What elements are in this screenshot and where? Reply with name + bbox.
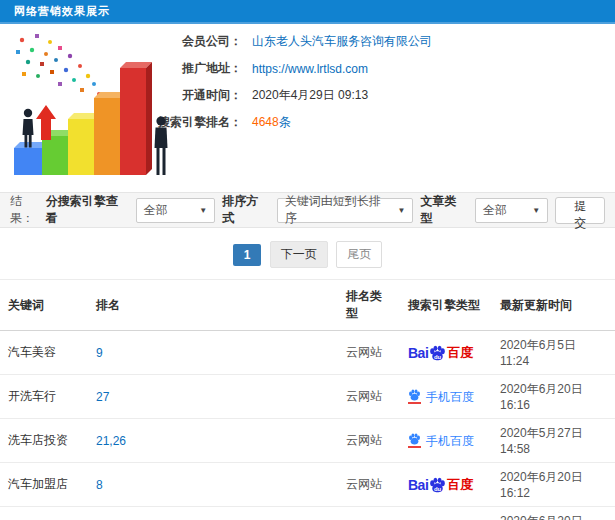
- search-engine-cell: Baidu百度: [400, 331, 492, 375]
- ranking-count-unit: 条: [279, 115, 291, 129]
- column-header-4: 最新更新时间: [492, 280, 615, 331]
- businessman-right: [155, 116, 168, 175]
- baidu-paw-icon: du: [429, 345, 446, 361]
- chevron-down-icon: ▼: [397, 206, 405, 215]
- svg-text:du: du: [434, 353, 442, 359]
- baidu-paw-icon: [408, 389, 421, 401]
- article-type-filter-label: 文章类型: [420, 193, 468, 227]
- keyword-ranking-table: 关键词排名排名类型搜索引擎类型最新更新时间 汽车美容9云网站Baidu百度202…: [0, 279, 615, 520]
- search-engine-cell: 手机百度: [400, 375, 492, 419]
- keyword-cell: 加盟洗车店: [0, 507, 88, 520]
- company-info-list: 会员公司：山东老人头汽车服务咨询有限公司推广地址：https://www.lrt…: [150, 24, 615, 136]
- baidu-mobile-label: 手机百度: [426, 391, 474, 403]
- last-page-button[interactable]: 尾页: [336, 241, 382, 268]
- rank-type-cell: 云网站: [338, 507, 400, 520]
- info-section: 会员公司：山东老人头汽车服务咨询有限公司推广地址：https://www.lrt…: [0, 24, 615, 192]
- growth-bar-chart-illustration: [2, 26, 177, 186]
- article-type-select[interactable]: 全部 ▼: [475, 198, 548, 223]
- keyword-cell: 开洗车行: [0, 375, 88, 419]
- info-row-0: 会员公司：山东老人头汽车服务咨询有限公司: [150, 28, 615, 55]
- info-row-1: 推广地址：https://www.lrtlsd.com: [150, 55, 615, 82]
- baidu-paw-icon: [408, 433, 421, 445]
- rank-type-cell: 云网站: [338, 331, 400, 375]
- keyword-cell: 汽车美容: [0, 331, 88, 375]
- rank-type-cell: 云网站: [338, 463, 400, 507]
- submit-button[interactable]: 提交: [555, 197, 605, 224]
- svg-text:du: du: [434, 485, 442, 491]
- info-link[interactable]: 山东老人头汽车服务咨询有限公司: [252, 33, 432, 50]
- sort-select-value: 关键词由短到长排序: [285, 193, 392, 227]
- engine-select-value: 全部: [144, 202, 168, 219]
- sort-select[interactable]: 关键词由短到长排序 ▼: [277, 198, 414, 223]
- column-header-2: 排名类型: [338, 280, 400, 331]
- confetti-dots: [16, 34, 101, 96]
- header-bar: 网络营销效果展示: [0, 0, 615, 24]
- baidu-mobile-logo: 手机百度: [408, 389, 474, 404]
- table-row: 开洗车行27云网站手机百度2020年6月20日 16:16: [0, 375, 615, 419]
- column-header-3: 搜索引擎类型: [400, 280, 492, 331]
- ranking-count-value: 4648条: [252, 114, 291, 131]
- rank-cell[interactable]: 8: [88, 463, 338, 507]
- filter-bar: 结果： 分搜索引擎查看 全部 ▼ 排序方式 关键词由短到长排序 ▼ 文章类型 全…: [0, 192, 615, 228]
- search-engine-cell: 手机百度: [400, 507, 492, 520]
- rank-cell[interactable]: 27: [88, 375, 338, 419]
- baidu-mobile-logo: 手机百度: [408, 433, 474, 448]
- info-link[interactable]: https://www.lrtlsd.com: [252, 62, 368, 76]
- update-time-cell: 2020年6月20日 16:12: [492, 463, 615, 507]
- search-engine-cell: Baidu百度: [400, 463, 492, 507]
- table-row: 加盟洗车店25,28,28云网站手机百度2020年6月20日 16:11: [0, 507, 615, 520]
- chevron-down-icon: ▼: [532, 206, 540, 215]
- baidu-pc-logo: Baidu百度: [408, 477, 473, 493]
- keyword-cell: 洗车店投资: [0, 419, 88, 463]
- engine-select[interactable]: 全部 ▼: [136, 198, 215, 223]
- column-header-1: 排名: [88, 280, 338, 331]
- baidu-logo-bai-text: Bai: [408, 478, 428, 492]
- bar-chart-image: [2, 26, 177, 186]
- table-row: 汽车加盟店8云网站Baidu百度2020年6月20日 16:12: [0, 463, 615, 507]
- keyword-cell: 汽车加盟店: [0, 463, 88, 507]
- baidu-logo-cn-text: 百度: [447, 346, 473, 359]
- column-header-0: 关键词: [0, 280, 88, 331]
- page-title: 网络营销效果展示: [0, 4, 110, 19]
- rank-type-cell: 云网站: [338, 419, 400, 463]
- baidu-logo-bai-text: Bai: [408, 346, 428, 360]
- page-1-button[interactable]: 1: [233, 244, 262, 266]
- article-type-select-value: 全部: [483, 202, 507, 219]
- pagination: 1 下一页 尾页: [0, 228, 615, 279]
- info-row-3: 搜索引擎排名：4648条: [150, 109, 615, 136]
- result-label: 结果：: [10, 193, 46, 227]
- baidu-logo-cn-text: 百度: [447, 478, 473, 491]
- chevron-down-icon: ▼: [199, 206, 207, 215]
- chart-bars: [14, 62, 152, 175]
- rank-cell[interactable]: 25,28,28: [88, 507, 338, 520]
- update-time-cell: 2020年5月27日 14:58: [492, 419, 615, 463]
- update-time-cell: 2020年6月5日 11:24: [492, 331, 615, 375]
- ranking-count-number: 4648: [252, 115, 279, 129]
- update-time-cell: 2020年6月20日 16:16: [492, 375, 615, 419]
- engine-filter-label: 分搜索引擎查看: [46, 193, 129, 227]
- info-row-2: 开通时间：2020年4月29日 09:13: [150, 82, 615, 109]
- table-row: 洗车店投资21,26云网站手机百度2020年5月27日 14:58: [0, 419, 615, 463]
- table-row: 汽车美容9云网站Baidu百度2020年6月5日 11:24: [0, 331, 615, 375]
- next-page-button[interactable]: 下一页: [270, 241, 328, 268]
- table-header-row: 关键词排名排名类型搜索引擎类型最新更新时间: [0, 280, 615, 331]
- baidu-pc-logo: Baidu百度: [408, 345, 473, 361]
- filter-controls: 分搜索引擎查看 全部 ▼ 排序方式 关键词由短到长排序 ▼ 文章类型 全部 ▼ …: [46, 193, 605, 227]
- info-text: 2020年4月29日 09:13: [252, 87, 368, 104]
- sort-filter-label: 排序方式: [222, 193, 270, 227]
- rank-cell[interactable]: 9: [88, 331, 338, 375]
- baidu-mobile-label: 手机百度: [426, 435, 474, 447]
- baidu-paw-icon: du: [429, 477, 446, 493]
- search-engine-cell: 手机百度: [400, 419, 492, 463]
- rank-type-cell: 云网站: [338, 375, 400, 419]
- update-time-cell: 2020年6月20日 16:11: [492, 507, 615, 520]
- businessman-left: [23, 109, 34, 148]
- rank-cell[interactable]: 21,26: [88, 419, 338, 463]
